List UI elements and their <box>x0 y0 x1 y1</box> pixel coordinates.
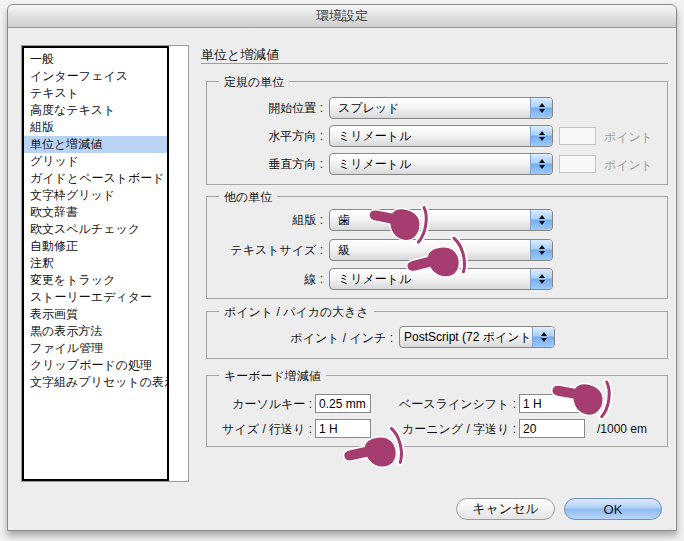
sidebar-item[interactable]: 文字組みプリセットの表示設定 <box>24 374 167 391</box>
points-inch-popup[interactable]: PostScript (72 ポイント / インチ) <box>399 326 555 348</box>
popup-stepper-icon <box>530 126 552 146</box>
size-leading-label: サイズ / 行送り : <box>207 421 312 438</box>
horizontal-popup-value: ミリメートル <box>330 128 530 145</box>
horizontal-popup[interactable]: ミリメートル <box>329 125 553 147</box>
cancel-button[interactable]: キャンセル <box>456 498 555 520</box>
origin-popup[interactable]: スプレッド <box>329 97 553 119</box>
vertical-label: 垂直方向 : <box>207 156 323 173</box>
sidebar-item[interactable]: 変更をトラック <box>24 272 167 289</box>
composition-label: 組版 : <box>207 212 323 229</box>
sidebar-item[interactable]: 高度なテキスト <box>24 102 167 119</box>
sidebar-item[interactable]: 黒の表示方法 <box>24 323 167 340</box>
sidebar-item[interactable]: グリッド <box>24 153 167 170</box>
vertical-popup-value: ミリメートル <box>330 156 530 173</box>
sidebar-item[interactable]: 欧文スペルチェック <box>24 221 167 238</box>
vertical-popup[interactable]: ミリメートル <box>329 153 553 175</box>
group-other-units: 他の単位 組版 : 歯 テキストサイズ : 級 線 : ミリメートル <box>206 196 668 299</box>
ok-button-label: OK <box>604 502 623 517</box>
horizontal-points-suffix: ポイント <box>604 129 653 146</box>
sidebar-list: 一般インターフェイステキスト高度なテキスト組版単位と増減値グリッドガイドとペース… <box>22 46 169 481</box>
sidebar-item[interactable]: 欧文辞書 <box>24 204 167 221</box>
sidebar-item[interactable]: 一般 <box>24 51 167 68</box>
header-separator <box>201 63 668 64</box>
composition-popup[interactable]: 歯 <box>329 209 553 231</box>
group-other-units-title: 他の単位 <box>219 189 277 206</box>
group-ruler-units-title: 定規の単位 <box>219 74 289 91</box>
group-point-pica-title: ポイント / パイカの大きさ <box>219 304 374 321</box>
sidebar-item[interactable]: テキスト <box>24 85 167 102</box>
origin-popup-value: スプレッド <box>330 100 530 117</box>
sidebar-item[interactable]: 自動修正 <box>24 238 167 255</box>
baseline-shift-label: ベースラインシフト : <box>367 396 516 413</box>
text-size-popup-value: 級 <box>330 242 530 259</box>
cursor-key-field[interactable] <box>315 394 371 413</box>
sidebar-frame: 一般インターフェイステキスト高度なテキスト組版単位と増減値グリッドガイドとペース… <box>21 45 189 482</box>
window-title: 環境設定 <box>316 7 368 25</box>
kerning-field[interactable] <box>519 419 585 438</box>
group-keyboard-increments: キーボード増減値 カーソルキー : ベースラインシフト : サイズ / 行送り … <box>206 375 668 447</box>
origin-label: 開始位置 : <box>207 100 323 117</box>
sidebar-item[interactable]: クリップボードの処理 <box>24 357 167 374</box>
sidebar-item[interactable]: ファイル管理 <box>24 340 167 357</box>
title-bar[interactable]: 環境設定 <box>8 5 676 28</box>
sidebar-item[interactable]: インターフェイス <box>24 68 167 85</box>
vertical-points-field <box>559 155 596 173</box>
cursor-key-label: カーソルキー : <box>207 396 312 413</box>
stroke-popup-value: ミリメートル <box>330 271 530 288</box>
popup-stepper-icon <box>532 327 554 347</box>
ok-button[interactable]: OK <box>564 498 662 520</box>
popup-stepper-icon <box>530 210 552 230</box>
group-ruler-units: 定規の単位 開始位置 : スプレッド 水平方向 : ミリメートル ポイント 垂直… <box>206 81 668 185</box>
text-size-label: テキストサイズ : <box>207 242 323 259</box>
popup-stepper-icon <box>530 98 552 118</box>
stroke-popup[interactable]: ミリメートル <box>329 268 553 290</box>
screenshot-stage: 環境設定 一般インターフェイステキスト高度なテキスト組版単位と増減値グリッドガイ… <box>0 0 684 541</box>
popup-stepper-icon <box>530 154 552 174</box>
sidebar-item[interactable]: 組版 <box>24 119 167 136</box>
stroke-label: 線 : <box>207 271 323 288</box>
page-title: 単位と増減値 <box>201 46 279 64</box>
sidebar-item[interactable]: 単位と増減値 <box>24 136 167 153</box>
cancel-button-label: キャンセル <box>472 500 539 518</box>
popup-stepper-icon <box>530 269 552 289</box>
preferences-dialog: 環境設定 一般インターフェイステキスト高度なテキスト組版単位と増減値グリッドガイ… <box>7 4 677 531</box>
points-inch-label: ポイント / インチ : <box>207 330 393 347</box>
horizontal-points-field <box>559 127 596 145</box>
points-inch-popup-value: PostScript (72 ポイント / インチ) <box>400 329 532 346</box>
vertical-points-suffix: ポイント <box>604 157 653 174</box>
size-leading-field[interactable] <box>315 419 371 438</box>
kerning-suffix: /1000 em <box>597 422 647 436</box>
composition-popup-value: 歯 <box>330 212 530 229</box>
sidebar-item[interactable]: 表示画質 <box>24 306 167 323</box>
sidebar-item[interactable]: 注釈 <box>24 255 167 272</box>
group-keyboard-increments-title: キーボード増減値 <box>219 368 326 385</box>
text-size-popup[interactable]: 級 <box>329 239 553 261</box>
group-point-pica: ポイント / パイカの大きさ ポイント / インチ : PostScript (… <box>206 311 668 359</box>
sidebar-item[interactable]: ストーリーエディター <box>24 289 167 306</box>
kerning-label: カーニング / 字送り : <box>367 421 516 438</box>
baseline-shift-field[interactable] <box>519 394 585 413</box>
horizontal-label: 水平方向 : <box>207 128 323 145</box>
popup-stepper-icon <box>530 240 552 260</box>
sidebar-item[interactable]: ガイドとペーストボード <box>24 170 167 187</box>
sidebar-item[interactable]: 文字枠グリッド <box>24 187 167 204</box>
